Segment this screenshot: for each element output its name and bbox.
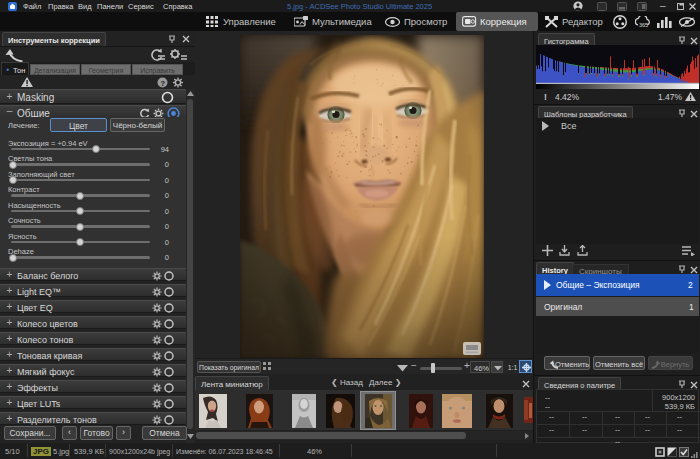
svg-text:?: ? <box>160 79 165 88</box>
svg-text:365: 365 <box>639 22 648 28</box>
